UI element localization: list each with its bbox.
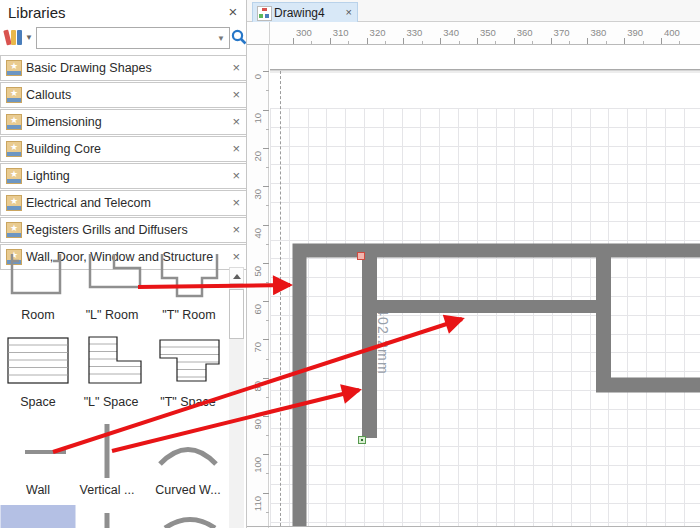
green-endpoint-handle[interactable] — [358, 436, 366, 444]
wall-drawing-layer[interactable] — [0, 0, 700, 528]
red-endpoint-handle[interactable] — [357, 252, 365, 260]
wall-segment[interactable] — [604, 247, 700, 385]
application-window: Libraries × ▼ ▼ ★Basic Drawing Shapes×★C… — [0, 0, 700, 528]
canvas-bottom-edge — [247, 526, 700, 527]
